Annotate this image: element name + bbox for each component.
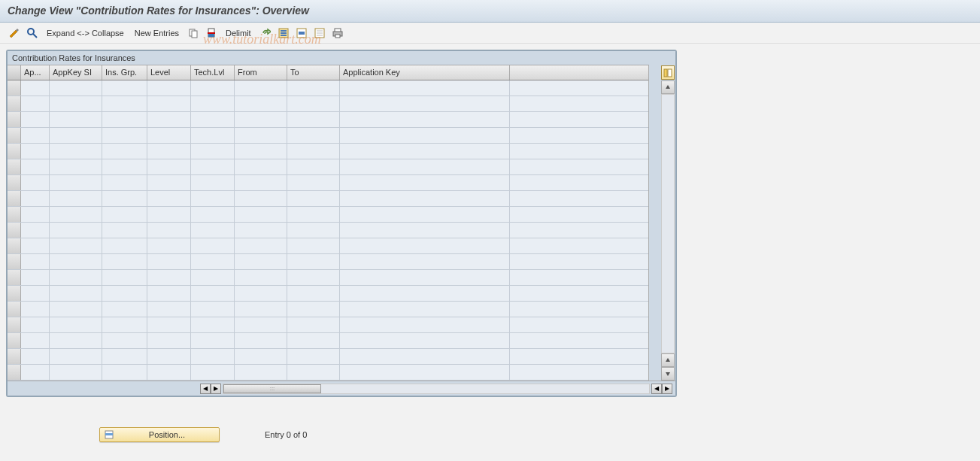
table-cell[interactable] <box>235 144 287 159</box>
row-selector[interactable] <box>8 175 21 190</box>
table-cell[interactable] <box>102 365 147 380</box>
table-cell[interactable] <box>50 191 102 206</box>
table-cell[interactable] <box>21 238 50 253</box>
table-cell[interactable] <box>510 112 648 127</box>
table-cell[interactable] <box>287 159 340 174</box>
table-cell[interactable] <box>191 365 235 380</box>
row-selector[interactable] <box>8 238 21 253</box>
table-cell[interactable] <box>235 333 287 348</box>
table-cell[interactable] <box>235 191 287 206</box>
table-cell[interactable] <box>287 302 340 317</box>
table-cell[interactable] <box>50 238 102 253</box>
column-header-ap[interactable]: Ap... <box>21 65 50 80</box>
table-cell[interactable] <box>510 80 648 96</box>
table-cell[interactable] <box>147 254 191 269</box>
table-row[interactable] <box>8 112 648 128</box>
table-cell[interactable] <box>21 112 50 127</box>
table-cell[interactable] <box>191 286 235 301</box>
table-cell[interactable] <box>21 191 50 206</box>
column-header-to[interactable]: To <box>287 65 340 80</box>
table-cell[interactable] <box>147 144 191 159</box>
table-cell[interactable] <box>191 349 235 364</box>
table-cell[interactable] <box>191 128 235 143</box>
table-cell[interactable] <box>102 286 147 301</box>
table-cell[interactable] <box>340 159 510 174</box>
table-cell[interactable] <box>50 349 102 364</box>
table-cell[interactable] <box>287 254 340 269</box>
table-cell[interactable] <box>235 207 287 222</box>
position-button[interactable]: Position... <box>99 427 220 442</box>
table-cell[interactable] <box>340 238 510 253</box>
row-selector[interactable] <box>8 112 21 127</box>
table-cell[interactable] <box>235 286 287 301</box>
table-cell[interactable] <box>191 96 235 111</box>
table-cell[interactable] <box>21 223 50 238</box>
table-cell[interactable] <box>102 128 147 143</box>
row-selector[interactable] <box>8 128 21 143</box>
table-cell[interactable] <box>102 302 147 317</box>
table-cell[interactable] <box>340 191 510 206</box>
table-cell[interactable] <box>191 112 235 127</box>
table-cell[interactable] <box>102 80 147 96</box>
table-cell[interactable] <box>147 349 191 364</box>
table-cell[interactable] <box>50 96 102 111</box>
row-selector[interactable] <box>8 302 21 317</box>
table-cell[interactable] <box>21 349 50 364</box>
table-cell[interactable] <box>235 302 287 317</box>
table-cell[interactable] <box>21 317 50 332</box>
hscroll-thumb[interactable]: ::: <box>223 384 321 393</box>
table-cell[interactable] <box>21 144 50 159</box>
table-cell[interactable] <box>510 270 648 285</box>
table-cell[interactable] <box>235 349 287 364</box>
table-cell[interactable] <box>50 159 102 174</box>
table-cell[interactable] <box>147 96 191 111</box>
table-row[interactable] <box>8 349 648 365</box>
table-cell[interactable] <box>191 270 235 285</box>
table-cell[interactable] <box>510 238 648 253</box>
table-cell[interactable] <box>287 238 340 253</box>
table-cell[interactable] <box>510 349 648 364</box>
table-cell[interactable] <box>510 317 648 332</box>
table-row[interactable] <box>8 302 648 317</box>
table-cell[interactable] <box>235 128 287 143</box>
table-cell[interactable] <box>50 333 102 348</box>
table-cell[interactable] <box>147 128 191 143</box>
table-row[interactable] <box>8 238 648 254</box>
scroll-down-button[interactable] <box>661 367 675 381</box>
table-cell[interactable] <box>191 175 235 190</box>
table-cell[interactable] <box>235 270 287 285</box>
table-cell[interactable] <box>50 175 102 190</box>
configure-columns-button[interactable] <box>661 65 675 80</box>
table-row[interactable] <box>8 128 648 144</box>
table-cell[interactable] <box>340 128 510 143</box>
table-cell[interactable] <box>340 333 510 348</box>
column-header-from[interactable]: From <box>235 65 287 80</box>
row-selector[interactable] <box>8 207 21 222</box>
table-cell[interactable] <box>510 128 648 143</box>
table-cell[interactable] <box>21 96 50 111</box>
table-cell[interactable] <box>21 159 50 174</box>
table-cell[interactable] <box>147 112 191 127</box>
table-cell[interactable] <box>510 191 648 206</box>
table-cell[interactable] <box>235 159 287 174</box>
table-row[interactable] <box>8 254 648 270</box>
table-cell[interactable] <box>147 270 191 285</box>
table-cell[interactable] <box>235 96 287 111</box>
table-cell[interactable] <box>21 270 50 285</box>
table-cell[interactable] <box>50 223 102 238</box>
table-cell[interactable] <box>191 238 235 253</box>
table-row[interactable] <box>8 207 648 223</box>
table-row[interactable] <box>8 175 648 191</box>
table-cell[interactable] <box>21 333 50 348</box>
table-cell[interactable] <box>340 96 510 111</box>
table-cell[interactable] <box>235 223 287 238</box>
column-header-ins-grp[interactable]: Ins. Grp. <box>102 65 147 80</box>
table-row[interactable] <box>8 270 648 286</box>
table-cell[interactable] <box>191 302 235 317</box>
table-cell[interactable] <box>147 365 191 380</box>
table-cell[interactable] <box>287 317 340 332</box>
table-cell[interactable] <box>340 207 510 222</box>
row-selector[interactable] <box>8 191 21 206</box>
table-cell[interactable] <box>147 207 191 222</box>
table-cell[interactable] <box>287 112 340 127</box>
